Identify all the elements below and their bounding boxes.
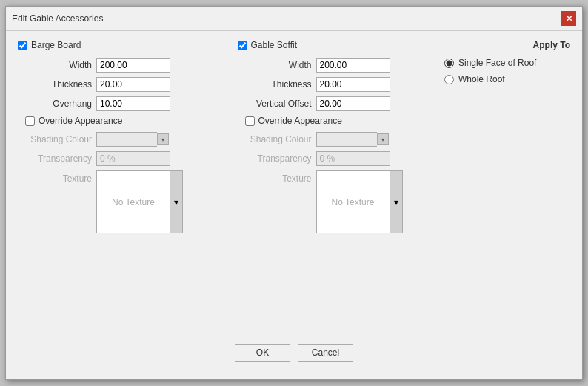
- gable-soffit-label: Gable Soffit: [251, 40, 297, 50]
- dialog-title: Edit Gable Accessories: [12, 13, 103, 24]
- barge-color-box: [96, 132, 157, 147]
- soffit-thickness-input[interactable]: [316, 77, 390, 92]
- barge-overhang-label: Overhang: [25, 99, 92, 109]
- soffit-vertical-offset-label: Vertical Offset: [245, 99, 312, 109]
- soffit-thickness-label: Thickness: [245, 79, 312, 90]
- barge-overhang-input[interactable]: [96, 96, 170, 111]
- gable-soffit-checkbox[interactable]: [238, 41, 247, 50]
- soffit-texture-area: Texture No Texture ▾: [238, 170, 430, 233]
- soffit-override-checkbox[interactable]: [245, 116, 255, 126]
- barge-shading-row: Shading Colour ▾: [18, 132, 210, 147]
- barge-width-row: Width: [18, 58, 210, 73]
- soffit-texture-label: Texture: [245, 170, 312, 184]
- soffit-transparency-label: Transparency: [245, 153, 312, 164]
- barge-texture-dropdown[interactable]: ▾: [170, 170, 183, 233]
- apply-to-section: Apply To Single Face of Roof Whole Roof: [437, 40, 570, 335]
- title-bar: Edit Gable Accessories ✕: [6, 7, 582, 31]
- soffit-shading-label: Shading Colour: [245, 134, 312, 144]
- soffit-override-label: Override Appearance: [258, 116, 342, 126]
- soffit-thickness-row: Thickness: [238, 77, 430, 92]
- close-button[interactable]: ✕: [561, 11, 576, 26]
- soffit-width-label: Width: [245, 60, 312, 70]
- barge-thickness-input[interactable]: [96, 77, 170, 92]
- soffit-color-box: [316, 132, 377, 147]
- cancel-button[interactable]: Cancel: [298, 344, 353, 362]
- gable-soffit-header: Gable Soffit: [238, 40, 430, 50]
- gable-soffit-section: Gable Soffit Width Thickness Vertical Of…: [238, 40, 430, 335]
- dialog-footer: OK Cancel: [18, 335, 570, 370]
- soffit-no-texture-text: No Texture: [332, 197, 375, 207]
- barge-texture-area: Texture No Texture ▾: [18, 170, 210, 233]
- soffit-texture-dropdown[interactable]: ▾: [390, 170, 403, 233]
- barge-board-checkbox[interactable]: [18, 41, 27, 50]
- barge-board-header: Barge Board: [18, 40, 210, 50]
- soffit-color-dropdown-arrow[interactable]: ▾: [377, 133, 389, 145]
- whole-roof-radio-row: Whole Roof: [444, 74, 570, 84]
- barge-board-label: Barge Board: [31, 40, 81, 50]
- barge-no-texture-text: No Texture: [112, 197, 155, 207]
- apply-to-title: Apply To: [444, 40, 570, 50]
- barge-width-input[interactable]: [96, 58, 170, 73]
- soffit-override-row: Override Appearance: [238, 116, 430, 126]
- barge-texture-label: Texture: [25, 170, 92, 184]
- barge-texture-arrow-icon: ▾: [174, 197, 178, 207]
- single-face-radio[interactable]: [444, 59, 454, 68]
- barge-texture-box[interactable]: No Texture: [96, 170, 170, 233]
- soffit-vertical-offset-input[interactable]: [316, 96, 390, 111]
- barge-transparency-row: Transparency: [18, 151, 210, 166]
- barge-thickness-label: Thickness: [25, 79, 92, 90]
- soffit-shading-row: Shading Colour ▾: [238, 132, 430, 147]
- single-face-label: Single Face of Roof: [458, 58, 536, 68]
- barge-transparency-label: Transparency: [25, 153, 92, 164]
- barge-overhang-row: Overhang: [18, 96, 210, 111]
- barge-transparency-input: [96, 151, 170, 166]
- barge-thickness-row: Thickness: [18, 77, 210, 92]
- soffit-vertical-offset-row: Vertical Offset: [238, 96, 430, 111]
- soffit-texture-arrow-icon: ▾: [394, 197, 398, 207]
- soffit-shading-select[interactable]: ▾: [316, 132, 389, 147]
- vertical-divider: [224, 40, 224, 335]
- soffit-width-row: Width: [238, 58, 430, 73]
- single-face-radio-row: Single Face of Roof: [444, 58, 570, 68]
- barge-width-label: Width: [25, 60, 92, 70]
- whole-roof-radio[interactable]: [444, 75, 454, 84]
- whole-roof-label: Whole Roof: [458, 74, 505, 84]
- barge-override-row: Override Appearance: [18, 116, 210, 126]
- dialog-body: Barge Board Width Thickness Overhang Ove: [6, 31, 582, 379]
- barge-color-dropdown-arrow[interactable]: ▾: [157, 133, 169, 145]
- soffit-transparency-row: Transparency: [238, 151, 430, 166]
- barge-shading-select[interactable]: ▾: [96, 132, 169, 147]
- barge-board-section: Barge Board Width Thickness Overhang Ove: [18, 40, 210, 335]
- barge-override-label: Override Appearance: [39, 116, 122, 126]
- barge-override-checkbox[interactable]: [25, 116, 35, 126]
- main-content: Barge Board Width Thickness Overhang Ove: [18, 40, 570, 335]
- soffit-texture-box[interactable]: No Texture: [316, 170, 390, 233]
- ok-button[interactable]: OK: [235, 344, 290, 362]
- soffit-width-input[interactable]: [316, 58, 390, 73]
- soffit-transparency-input: [316, 151, 390, 166]
- barge-shading-label: Shading Colour: [25, 134, 92, 144]
- edit-gable-dialog: Edit Gable Accessories ✕ Barge Board Wid…: [5, 6, 583, 380]
